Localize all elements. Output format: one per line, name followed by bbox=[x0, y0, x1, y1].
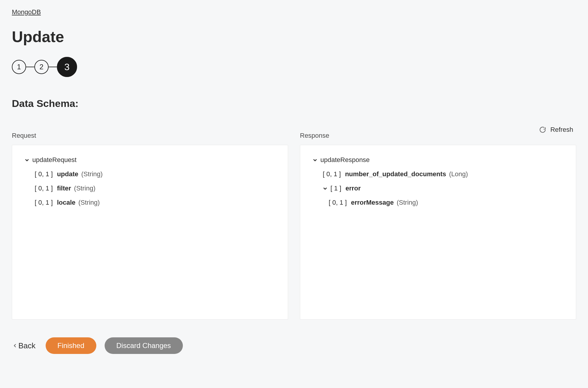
field-name: locale bbox=[57, 198, 75, 207]
response-panel: updateResponse [ 0, 1 ] number_of_update… bbox=[300, 145, 576, 320]
tree-node-field[interactable]: [ 0, 1 ] locale (String) bbox=[25, 198, 275, 207]
chevron-down-icon bbox=[25, 158, 29, 162]
step-2[interactable]: 2 bbox=[34, 60, 49, 74]
field-type: (String) bbox=[397, 198, 418, 207]
field-type: (String) bbox=[79, 198, 100, 207]
discard-changes-button[interactable]: Discard Changes bbox=[105, 337, 183, 354]
request-panel: updateRequest [ 0, 1 ] update (String) [… bbox=[12, 145, 288, 320]
request-column: Request updateRequest [ 0, 1 ] update (S… bbox=[12, 132, 288, 320]
breadcrumb-link[interactable]: MongoDB bbox=[12, 8, 41, 16]
tree-node-root[interactable]: updateRequest bbox=[25, 155, 275, 165]
tree-node-field[interactable]: [ 0, 1 ] filter (String) bbox=[25, 184, 275, 193]
field-name: filter bbox=[57, 184, 71, 193]
step-1[interactable]: 1 bbox=[12, 60, 26, 74]
back-label: Back bbox=[18, 341, 36, 350]
tree-node-field[interactable]: [ 0, 1 ] number_of_updated_documents (Lo… bbox=[313, 169, 563, 179]
field-type: (String) bbox=[74, 184, 95, 193]
chevron-down-icon bbox=[313, 158, 317, 162]
finished-button[interactable]: Finished bbox=[46, 337, 96, 354]
tree-root-name: updateRequest bbox=[32, 155, 76, 165]
chevron-down-icon bbox=[323, 186, 327, 191]
footer-actions: Back Finished Discard Changes bbox=[12, 337, 576, 354]
step-3[interactable]: 3 bbox=[57, 57, 77, 77]
back-button[interactable]: Back bbox=[12, 341, 37, 350]
field-cardinality: [ 0, 1 ] bbox=[35, 169, 53, 179]
field-name: update bbox=[57, 169, 78, 179]
response-label: Response bbox=[300, 132, 576, 140]
field-name: error bbox=[346, 184, 361, 193]
field-type: (String) bbox=[81, 169, 103, 179]
response-column: Response updateResponse [ 0, 1 ] number_… bbox=[300, 132, 576, 320]
tree-node-error[interactable]: [ 1 ] error bbox=[313, 184, 563, 193]
tree-root-name: updateResponse bbox=[320, 155, 370, 165]
field-cardinality: [ 0, 1 ] bbox=[323, 169, 341, 179]
field-cardinality: [ 0, 1 ] bbox=[329, 198, 347, 207]
page-title: Update bbox=[12, 28, 576, 46]
field-cardinality: [ 0, 1 ] bbox=[35, 184, 53, 193]
request-label: Request bbox=[12, 132, 288, 140]
chevron-left-icon bbox=[14, 344, 17, 348]
tree-node-field[interactable]: [ 0, 1 ] update (String) bbox=[25, 169, 275, 179]
section-title: Data Schema: bbox=[12, 98, 576, 109]
field-cardinality: [ 1 ] bbox=[330, 184, 341, 193]
step-connector bbox=[26, 67, 34, 67]
field-type: (Long) bbox=[449, 169, 468, 179]
field-name: errorMessage bbox=[351, 198, 394, 207]
tree-node-root[interactable]: updateResponse bbox=[313, 155, 563, 165]
step-connector bbox=[49, 67, 57, 67]
tree-node-field[interactable]: [ 0, 1 ] errorMessage (String) bbox=[313, 198, 563, 207]
field-cardinality: [ 0, 1 ] bbox=[35, 198, 53, 207]
stepper: 1 2 3 bbox=[12, 57, 576, 77]
field-name: number_of_updated_documents bbox=[345, 169, 446, 179]
